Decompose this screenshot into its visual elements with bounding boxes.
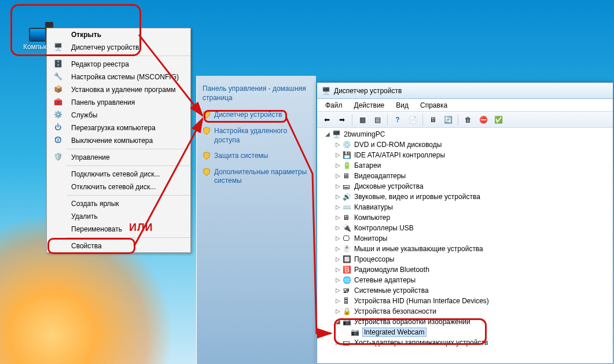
disc-icon: 💿	[343, 141, 352, 149]
cp-link-advanced[interactable]: Дополнительные параметры системы	[203, 168, 310, 186]
ctx-manage[interactable]: 🛡️Управление	[47, 151, 190, 164]
cat-hid[interactable]: ▷🎛Устройства HID (Human Interface Device…	[324, 296, 613, 306]
cat-vid[interactable]: ▷🖥Видеоадаптеры	[324, 171, 613, 181]
cubes-icon: 🗄️	[53, 60, 62, 69]
ctx-rename[interactable]: Переименовать	[47, 223, 190, 236]
cat-sys[interactable]: ▷🖳Системные устройства	[324, 285, 613, 296]
ctx-unmap-drive[interactable]: Отключить сетевой диск...	[47, 181, 190, 193]
ctx-create-shortcut[interactable]: Создать ярлык	[47, 197, 190, 210]
ctx-control-panel[interactable]: 🧰Панель управления	[47, 96, 190, 109]
annotation-or: ИЛИ	[129, 222, 153, 234]
shield-yellow-icon	[203, 168, 211, 176]
dm-titlebar: 🖥️ Диспетчер устройств	[317, 83, 613, 99]
control-panel-home-pane: Панель управления - домашняя страница Ди…	[196, 76, 316, 364]
ctx-regedit[interactable]: 🗄️Редактор реестра	[47, 58, 190, 71]
cat-mouse[interactable]: ▷🖱️Мыши и иные указывающие устройства	[324, 244, 613, 254]
computer-icon: 🖥️	[332, 130, 341, 138]
cat-mon[interactable]: ▷🖵Мониторы	[324, 233, 613, 244]
update-icon: 🔄	[444, 116, 453, 124]
tb-enable[interactable]: ✅	[492, 113, 505, 126]
ctx-device-manager[interactable]: 🖥️Диспетчер устройств	[47, 41, 190, 54]
power-blue-icon: ⏼	[53, 136, 62, 145]
cat-ide[interactable]: ▷💾IDE ATA/ATAPI контроллеры	[324, 150, 613, 160]
ctx-open[interactable]: Открыть	[47, 28, 190, 41]
tree-root[interactable]: ◢🖥️2bwumingPC	[324, 129, 613, 139]
cat-snd[interactable]: ▷🔊Звуковые, видео и игровые устройства	[324, 192, 613, 202]
triangle-down-icon: ◢	[324, 131, 331, 138]
scan-icon: 🖥	[429, 116, 436, 124]
battery-icon: 🔋	[343, 161, 352, 170]
power-red-icon: ⏻	[53, 123, 62, 133]
ctx-map-drive[interactable]: Подключить сетевой диск...	[47, 168, 190, 181]
device-manager-window: 🖥️ Диспетчер устройств Файл Действие Вид…	[317, 82, 613, 364]
tb-show-hidden[interactable]: ▦	[356, 113, 369, 126]
cpu-icon: 🔲	[343, 255, 352, 263]
tb-properties[interactable]: 📄	[406, 113, 419, 126]
dm-title-text: Диспетчер устройств	[334, 87, 402, 95]
tb-back[interactable]: ⬅	[321, 113, 333, 126]
webcam-icon: 📷	[351, 328, 360, 336]
tb-disable[interactable]: ⛔	[477, 113, 490, 126]
speaker-icon: 🔊	[343, 193, 352, 201]
cat-usb[interactable]: ▷🔌Контроллеры USB	[324, 223, 613, 233]
tb-uninstall[interactable]: 🗑	[462, 113, 475, 126]
shield-icon: 🛡️	[53, 153, 62, 162]
arrow-right-icon: ➡	[339, 116, 345, 124]
cat-sec[interactable]: ▷🔒Устройства безопасности	[324, 306, 613, 317]
cat-bt[interactable]: ▷🅱️Радиомодули Bluetooth	[324, 264, 613, 275]
uninstall-icon: 🗑	[465, 116, 472, 124]
cat-disk[interactable]: ▷🖴Дисковые устройства	[324, 181, 613, 192]
ctx-add-remove[interactable]: 📦Установка и удаление программ	[47, 83, 190, 96]
menu-file[interactable]: Файл	[321, 100, 347, 111]
tb-detail[interactable]: ▤	[371, 113, 384, 126]
lock-icon: 🔒	[343, 307, 352, 315]
camera-icon: 📷	[343, 318, 352, 326]
hid-icon: 🎛	[343, 297, 352, 305]
cat-dvd[interactable]: ▷💿DVD и CD-ROM дисководы	[324, 139, 613, 150]
grid-icon: ▤	[374, 116, 381, 124]
ctx-shutdown[interactable]: ⏼Выключение компьютера	[47, 134, 190, 147]
ctx-msconfig[interactable]: 🔧Настройка системы (MSCONFIG)	[47, 71, 190, 83]
wrench-icon: 🔧	[53, 72, 62, 82]
bluetooth-icon: 🅱️	[343, 266, 352, 274]
cp-heading: Панель управления - домашняя страница	[203, 84, 310, 102]
gear-icon: ⚙️	[53, 111, 62, 120]
dm-menu-bar: Файл Действие Вид Справка	[317, 99, 613, 112]
computer-icon: 🖥️	[322, 87, 330, 95]
leaf-integrated-webcam[interactable]: 📷Integrated Webcam	[324, 327, 613, 337]
disable-icon: ⛔	[479, 116, 488, 124]
ctx-delete[interactable]: Удалить	[47, 210, 190, 223]
ctx-services[interactable]: ⚙️Службы	[47, 109, 190, 122]
cat-comp[interactable]: ▷🖥Компьютер	[324, 212, 613, 223]
tb-help[interactable]: ?	[391, 113, 404, 126]
cat-img[interactable]: ◢📷Устройства обработки изображений	[324, 317, 613, 327]
tb-update[interactable]: 🔄	[442, 113, 454, 126]
cat-host[interactable]: ▷🖴Хост-адаптеры запоминающих устройств	[324, 337, 613, 348]
display-icon: 🖥	[343, 172, 352, 180]
panel-icon: 🧰	[53, 98, 62, 107]
menu-view[interactable]: Вид	[391, 100, 413, 111]
cp-link-remote[interactable]: Настройка удаленного доступа	[203, 127, 310, 145]
box-icon: 📦	[53, 85, 62, 94]
cp-link-system-protection[interactable]: Защита системы	[203, 152, 310, 161]
monitor-icon: 🖥️	[53, 43, 62, 52]
cat-cpu[interactable]: ▷🔲Процессоры	[324, 254, 613, 264]
shield-yellow-icon	[203, 152, 211, 160]
ctx-properties[interactable]: Свойства	[47, 240, 190, 252]
mouse-icon: 🖱️	[343, 245, 352, 253]
computer-context-menu: Открыть 🖥️Диспетчер устройств 🗄️Редактор…	[46, 28, 191, 253]
hdd-icon: 🖴	[343, 182, 352, 190]
monitor-icon: 🖵	[343, 234, 352, 242]
dm-tree[interactable]: ◢🖥️2bwumingPC ▷💿DVD и CD-ROM дисководы ▷…	[321, 129, 613, 363]
tb-forward[interactable]: ➡	[336, 113, 348, 126]
menu-action[interactable]: Действие	[350, 100, 389, 111]
cat-bat[interactable]: ▷🔋Батареи	[324, 160, 613, 171]
cat-kbd[interactable]: ▷⌨️Клавиатуры	[324, 202, 613, 212]
cp-link-device-manager[interactable]: Диспетчер устройств	[203, 111, 310, 120]
keyboard-icon: ⌨️	[343, 203, 352, 211]
ctx-restart[interactable]: ⏻Перезагрузка компьютера	[47, 122, 190, 134]
tb-scan[interactable]: 🖥	[427, 113, 439, 126]
cat-net[interactable]: ▷🌐Сетевые адаптеры	[324, 275, 613, 285]
network-icon: 🌐	[343, 276, 352, 284]
menu-help[interactable]: Справка	[416, 100, 452, 111]
